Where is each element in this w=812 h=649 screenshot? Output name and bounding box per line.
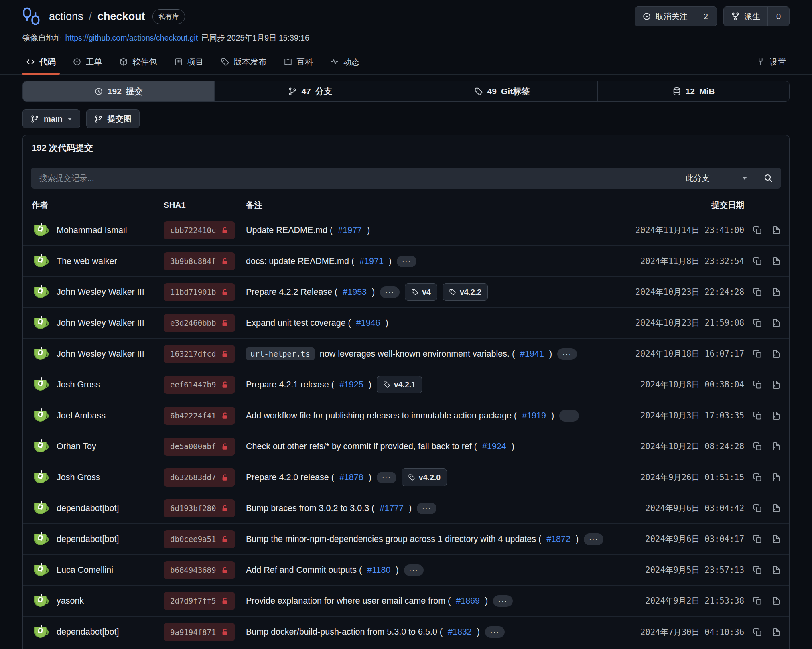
commit-sha-badge[interactable]: 6b42224f41	[164, 407, 235, 425]
tab-activity[interactable]: 动态	[324, 49, 366, 74]
commit-sha-badge[interactable]: 2d7d9f7ff5	[164, 592, 235, 610]
expand-commit-button[interactable]: ···	[557, 348, 577, 360]
tab-issues[interactable]: 工单	[66, 49, 109, 74]
issue-link[interactable]: #1878	[339, 473, 363, 483]
view-file-at-commit-button[interactable]	[771, 225, 781, 235]
tab-releases[interactable]: 版本发布	[214, 49, 273, 74]
view-file-at-commit-button[interactable]	[771, 473, 781, 482]
view-file-at-commit-button[interactable]	[771, 318, 781, 328]
view-file-at-commit-button[interactable]	[771, 503, 781, 513]
issue-link[interactable]: #1924	[482, 442, 506, 452]
issue-link[interactable]: #1832	[448, 627, 472, 637]
view-file-at-commit-button[interactable]	[771, 287, 781, 297]
watchers-count[interactable]: 2	[695, 7, 717, 26]
view-file-at-commit-button[interactable]	[771, 349, 781, 359]
breadcrumb-owner-link[interactable]: actions	[49, 10, 83, 23]
copy-sha-button[interactable]	[753, 473, 762, 482]
expand-commit-button[interactable]: ···	[584, 533, 603, 545]
tag-button[interactable]: v4.2.2	[443, 283, 488, 301]
commit-sha-badge[interactable]: 3b9b8c884f	[164, 252, 235, 270]
expand-commit-button[interactable]: ···	[404, 564, 424, 576]
commit-author[interactable]: John Wesley Walker III	[57, 287, 144, 297]
commit-author[interactable]: Josh Gross	[57, 380, 100, 390]
issue-link[interactable]: #1777	[380, 503, 404, 513]
commit-author[interactable]: dependabot[bot]	[57, 627, 119, 637]
expand-commit-button[interactable]: ···	[417, 503, 436, 514]
issue-link[interactable]: #1869	[456, 596, 480, 606]
issue-link[interactable]: #1919	[522, 411, 546, 421]
view-file-at-commit-button[interactable]	[771, 596, 781, 606]
commit-author[interactable]: Orhan Toy	[57, 442, 96, 452]
copy-sha-button[interactable]	[753, 627, 762, 637]
copy-sha-button[interactable]	[753, 225, 762, 235]
copy-sha-button[interactable]	[753, 256, 762, 266]
issue-link[interactable]: #1925	[339, 380, 363, 390]
tab-code[interactable]: 代码	[20, 49, 62, 74]
issue-link[interactable]: #1941	[520, 349, 544, 359]
copy-sha-button[interactable]	[753, 565, 762, 575]
tag-button[interactable]: v4.2.0	[402, 468, 447, 486]
commit-search-input[interactable]	[31, 168, 678, 189]
mirror-url-link[interactable]: https://github.com/actions/checkout.git	[65, 33, 198, 43]
fork-button[interactable]: 派生	[724, 7, 767, 26]
tab-packages[interactable]: 软件包	[113, 49, 164, 74]
branch-selector[interactable]: main	[22, 109, 80, 128]
commit-author[interactable]: dependabot[bot]	[57, 503, 119, 513]
issue-link[interactable]: #1971	[359, 256, 384, 266]
search-submit-button[interactable]	[755, 168, 781, 189]
copy-sha-button[interactable]	[753, 380, 762, 389]
branch-filter-dropdown[interactable]: 此分支	[678, 168, 755, 189]
view-file-at-commit-button[interactable]	[771, 380, 781, 389]
breadcrumb-repo-link[interactable]: checkout	[97, 10, 145, 23]
commit-sha-badge[interactable]: 11bd71901b	[164, 283, 235, 301]
copy-sha-button[interactable]	[753, 349, 762, 359]
commit-sha-badge[interactable]: eef61447b9	[164, 376, 235, 394]
view-file-at-commit-button[interactable]	[771, 565, 781, 575]
commit-author[interactable]: Luca Comellini	[57, 565, 113, 575]
commit-sha-badge[interactable]: b684943689	[164, 561, 235, 579]
copy-sha-button[interactable]	[753, 596, 762, 606]
view-file-at-commit-button[interactable]	[771, 442, 781, 451]
commit-sha-badge[interactable]: d632683dd7	[164, 468, 235, 487]
commit-author[interactable]: yasonk	[57, 596, 84, 606]
unwatch-button[interactable]: 取消关注	[635, 7, 695, 26]
tab-settings[interactable]: 设置	[750, 49, 792, 74]
commit-author[interactable]: John Wesley Walker III	[57, 318, 144, 328]
view-file-at-commit-button[interactable]	[771, 411, 781, 420]
copy-sha-button[interactable]	[753, 411, 762, 420]
commit-author[interactable]: Joel Ambass	[57, 411, 106, 421]
issue-link[interactable]: #1953	[343, 287, 367, 297]
copy-sha-button[interactable]	[753, 442, 762, 451]
stat-size[interactable]: 12 MiB	[597, 81, 789, 101]
copy-sha-button[interactable]	[753, 318, 762, 328]
forks-count[interactable]: 0	[767, 7, 789, 26]
view-file-at-commit-button[interactable]	[771, 256, 781, 266]
tag-button[interactable]: v4.2.1	[377, 376, 422, 393]
stat-commits[interactable]: 192 提交	[23, 81, 214, 101]
tag-button[interactable]: v4	[405, 283, 437, 301]
copy-sha-button[interactable]	[753, 287, 762, 297]
commit-author[interactable]: dependabot[bot]	[57, 534, 119, 544]
tab-wiki[interactable]: 百科	[277, 49, 320, 74]
commit-author[interactable]: The web walker	[57, 256, 117, 266]
commit-author[interactable]: Mohammad Ismail	[57, 225, 127, 235]
commit-author[interactable]: John Wesley Walker III	[57, 349, 144, 359]
stat-tags[interactable]: 49 Git标签	[406, 81, 598, 101]
view-file-at-commit-button[interactable]	[771, 627, 781, 637]
issue-link[interactable]: #1180	[367, 565, 390, 575]
commit-author[interactable]: Josh Gross	[57, 473, 100, 483]
expand-commit-button[interactable]: ···	[377, 472, 396, 483]
copy-sha-button[interactable]	[753, 534, 762, 544]
issue-link[interactable]: #1872	[546, 534, 570, 544]
expand-commit-button[interactable]: ···	[493, 595, 513, 607]
expand-commit-button[interactable]: ···	[559, 410, 579, 422]
expand-commit-button[interactable]: ···	[397, 256, 416, 267]
expand-commit-button[interactable]: ···	[380, 286, 400, 298]
copy-sha-button[interactable]	[753, 503, 762, 513]
commit-sha-badge[interactable]: de5a000abf	[164, 438, 235, 456]
tab-projects[interactable]: 项目	[168, 49, 210, 74]
commit-graph-button[interactable]: 提交图	[86, 109, 140, 128]
commit-sha-badge[interactable]: 163217dfcd	[164, 345, 235, 363]
expand-commit-button[interactable]: ···	[485, 626, 505, 638]
issue-link[interactable]: #1977	[338, 225, 362, 235]
